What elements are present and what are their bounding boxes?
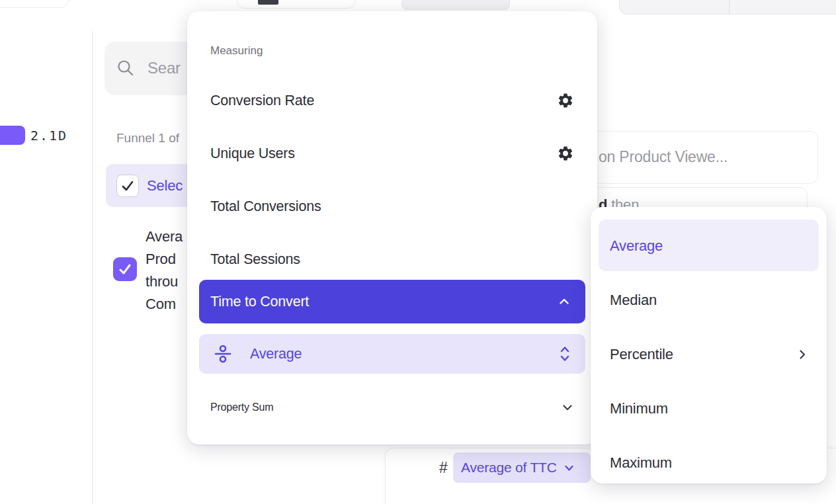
numeric-type-indicator: # <box>439 459 448 477</box>
top-left-card-fragment <box>0 0 69 8</box>
funnel-step-badge[interactable] <box>0 126 25 145</box>
aggregation-item-percentile[interactable]: Percentile <box>610 340 808 369</box>
segmented-control-fragment[interactable] <box>619 0 836 15</box>
menu-item-unique-users[interactable]: Unique Users <box>210 139 574 168</box>
checkmark-icon <box>117 261 133 277</box>
aggregation-item-label: Median <box>610 292 657 309</box>
menu-item-property-sum[interactable]: Property Sum <box>210 393 574 422</box>
aggregation-item-label: Maximum <box>610 454 672 472</box>
average-of-ttc-label: Average of TTC <box>461 460 557 476</box>
submenu-item-label: Average <box>250 346 559 362</box>
metric-checkbox-checked[interactable] <box>113 257 137 281</box>
top-dark-bar-fragment <box>258 0 278 5</box>
menu-item-label: Unique Users <box>210 146 295 162</box>
funnel-count-label: Funnel 1 of <box>116 131 179 146</box>
event-card-label: on Product Viewe... <box>599 148 728 166</box>
average-of-ttc-dropdown[interactable]: Average of TTC <box>453 452 591 483</box>
chevron-down-icon <box>561 401 574 414</box>
aggregation-item-label: Average <box>610 237 663 255</box>
menu-item-time-to-convert-selected[interactable]: Time to Convert <box>199 280 585 323</box>
segmented-control-divider <box>729 0 730 15</box>
funnel-checkbox-checked[interactable] <box>116 175 139 197</box>
aggregation-item-label: Percentile <box>610 346 673 363</box>
menu-item-conversion-rate[interactable]: Conversion Rate <box>210 86 574 115</box>
average-divide-icon <box>213 344 233 364</box>
search-placeholder: Sear <box>147 59 181 77</box>
aggregation-item-minimum[interactable]: Minimum <box>610 394 808 423</box>
menu-item-label: Property Sum <box>210 401 273 413</box>
metric-description-text: Avera Prod throu Com <box>146 226 192 315</box>
aggregation-item-median[interactable]: Median <box>610 286 808 315</box>
menu-item-total-conversions[interactable]: Total Conversions <box>210 192 574 221</box>
menu-item-label: Total Sessions <box>210 251 300 268</box>
menu-item-label: Total Conversions <box>210 198 321 215</box>
menu-item-label: Time to Convert <box>210 294 309 310</box>
aggregation-item-label: Minimum <box>610 400 668 417</box>
checkmark-icon <box>120 179 135 193</box>
measuring-menu: Measuring Conversion Rate Unique Users T… <box>187 11 597 444</box>
chevron-down-icon <box>564 462 575 474</box>
submenu-item-average[interactable]: Average <box>199 334 585 374</box>
top-center-card-fragment <box>237 0 356 9</box>
search-icon <box>116 59 134 77</box>
funnel-step-badge-label: 2.1D <box>30 128 67 144</box>
aggregation-item-average[interactable]: Average <box>610 231 808 261</box>
sidebar-divider <box>92 31 93 504</box>
chevron-updown-icon <box>559 345 571 362</box>
selected-funnel-label: Selec <box>147 177 183 194</box>
gear-icon[interactable] <box>557 92 574 109</box>
chevron-up-icon <box>558 295 571 308</box>
gear-icon[interactable] <box>557 145 574 162</box>
chevron-right-icon <box>796 349 808 360</box>
measuring-section-label: Measuring <box>210 44 263 58</box>
menu-item-total-sessions[interactable]: Total Sessions <box>210 245 574 274</box>
aggregation-menu: Average Median Percentile Minimum Maximu… <box>591 207 827 483</box>
top-gray-button-fragment[interactable] <box>401 0 510 10</box>
aggregation-item-maximum[interactable]: Maximum <box>610 448 808 478</box>
menu-item-label: Conversion Rate <box>210 93 314 109</box>
